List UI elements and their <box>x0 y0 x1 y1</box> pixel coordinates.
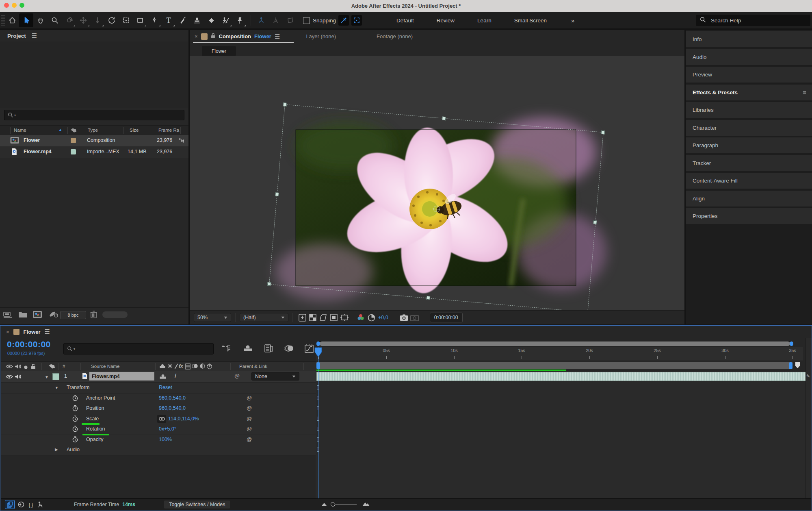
stopwatch-icon[interactable] <box>72 395 78 402</box>
property-value[interactable]: 960,0,540,0 <box>159 395 186 401</box>
exposure-value[interactable]: +0,0 <box>378 315 388 320</box>
sidebar-item-audio[interactable]: Audio <box>686 49 812 66</box>
scrollbar-right-cap[interactable] <box>790 341 793 346</box>
transform-handle[interactable] <box>283 102 287 107</box>
column-parent-link[interactable]: Parent & Link <box>239 364 267 369</box>
resolution-dropdown[interactable]: (Half)▼ <box>240 313 288 322</box>
timeline-track-area[interactable] <box>316 371 807 498</box>
three-d-column-icon[interactable] <box>207 363 212 370</box>
transform-handle[interactable] <box>601 130 605 135</box>
pickwhip-icon[interactable]: @ <box>247 415 252 422</box>
interpret-footage-icon[interactable] <box>3 311 13 320</box>
transform-handle[interactable] <box>593 220 597 224</box>
property-value[interactable]: 0x+5,0° <box>159 426 176 432</box>
quality-switch[interactable]: / <box>175 373 176 379</box>
pickwhip-icon[interactable]: @ <box>247 436 252 442</box>
transform-handle[interactable] <box>275 192 279 196</box>
property-value[interactable]: 960,0,540,0 <box>159 405 186 411</box>
fx-column-icon[interactable]: fx <box>179 363 183 369</box>
zoom-in-mountain-icon[interactable] <box>362 502 370 508</box>
type-tool[interactable]: T <box>161 13 175 27</box>
link-dimensions-icon[interactable] <box>157 415 166 423</box>
project-search-input[interactable] <box>16 112 184 119</box>
roto-brush-tool[interactable] <box>218 13 232 27</box>
eye-icon[interactable] <box>6 364 13 370</box>
project-table-header[interactable]: Name ▲ Type Size Frame Ra <box>0 125 188 136</box>
motion-blur-column-icon[interactable] <box>192 363 198 370</box>
layer-duration-bar[interactable] <box>316 372 807 381</box>
orbit-camera-tool[interactable] <box>62 13 76 27</box>
label-column-icon[interactable] <box>49 363 55 370</box>
project-panel-menu-icon[interactable]: ☰ <box>32 32 37 39</box>
stopwatch-icon[interactable] <box>72 436 78 444</box>
property-row-position[interactable]: Position 960,0,540,0 @ <box>1 404 316 414</box>
region-of-interest-icon[interactable] <box>318 314 329 321</box>
stopwatch-icon[interactable] <box>72 426 78 433</box>
dolly-camera-tool[interactable] <box>90 13 104 27</box>
audio-group-row[interactable]: ▶ Audio <box>1 445 316 456</box>
transparency-grid-icon[interactable] <box>307 314 318 321</box>
sidebar-item-info[interactable]: Info <box>686 31 812 48</box>
world-axis-icon[interactable] <box>270 14 282 26</box>
brush-tool[interactable] <box>175 13 190 27</box>
local-axis-icon[interactable] <box>255 14 267 26</box>
timeline-tab-menu-icon[interactable]: ☰ <box>45 328 50 335</box>
trash-icon[interactable] <box>90 311 97 320</box>
transform-group-row[interactable]: ▼ Transform Reset <box>1 383 316 394</box>
snap-to-bounds-icon[interactable] <box>351 15 362 26</box>
zoom-slider-knob[interactable] <box>331 502 335 507</box>
rotation-tool[interactable] <box>104 13 119 27</box>
snapping-checkbox[interactable] <box>303 17 310 24</box>
help-search-input[interactable] <box>710 17 801 24</box>
close-tab-icon[interactable]: × <box>6 329 9 335</box>
sidebar-item-effects-presets[interactable]: Effects & Presets≡ <box>686 85 812 101</box>
layer-source-name[interactable]: Flower.mp4 <box>89 372 154 381</box>
fast-previews-icon[interactable] <box>297 314 307 322</box>
comp-tab-menu-icon[interactable]: ☰ <box>275 33 280 40</box>
timeline-search-box[interactable]: ▾ <box>63 343 214 354</box>
new-composition-icon[interactable] <box>32 311 42 320</box>
project-search-box[interactable]: ▾ <box>4 110 184 120</box>
clone-stamp-tool[interactable] <box>190 13 204 27</box>
sidebar-item-preview[interactable]: Preview <box>686 67 812 83</box>
quality-column-icon[interactable] <box>174 363 178 370</box>
graph-editor-icon[interactable] <box>304 344 314 355</box>
parent-dropdown[interactable]: None▼ <box>251 372 299 381</box>
workspace-learn[interactable]: Learn <box>477 17 492 24</box>
zoom-slider-track[interactable] <box>332 504 357 505</box>
property-row-scale[interactable]: Scale 114,0,114,0% @ <box>1 414 316 425</box>
stopwatch-icon[interactable] <box>72 415 78 423</box>
timeline-tab-label[interactable]: Flower <box>24 329 41 335</box>
timeline-label-swatch[interactable] <box>13 329 19 335</box>
tab-footage[interactable]: Footage (none) <box>377 33 413 39</box>
rectangle-tool[interactable] <box>133 13 147 27</box>
transform-reset-button[interactable]: Reset <box>159 385 172 390</box>
property-row-anchor-point[interactable]: Anchor Point 960,0,540,0 @ <box>1 394 316 404</box>
workspace-default[interactable]: Default <box>396 17 414 24</box>
anchor-point-marker[interactable] <box>433 205 440 212</box>
transform-group-label[interactable]: Transform <box>67 385 90 390</box>
composition-mini-flowchart-icon[interactable] <box>222 344 232 353</box>
show-snapshot-icon[interactable] <box>409 314 420 321</box>
snap-along-edges-icon[interactable] <box>338 15 349 26</box>
current-time-indicator-head[interactable] <box>314 347 323 358</box>
hide-shy-layers-icon[interactable] <box>243 344 253 354</box>
current-timecode[interactable]: 0:00:00:00 <box>7 339 51 349</box>
timeline-horizontal-scrollbar[interactable] <box>316 341 793 346</box>
exposure-icon[interactable] <box>366 314 377 322</box>
magnification-dropdown[interactable]: 50%▼ <box>194 313 231 322</box>
work-area-end-handle[interactable] <box>789 362 793 369</box>
sidebar-item-content-aware-fill[interactable]: Content-Aware Fill <box>686 173 812 189</box>
item-label-swatch[interactable] <box>71 138 76 143</box>
layer-row-flower[interactable]: ▼ 1 Flower.mp4 / @ None▼ <box>1 371 316 382</box>
feather-quill-icon[interactable]: ✎ <box>806 374 810 379</box>
hand-tool[interactable] <box>33 13 48 27</box>
column-source-name[interactable]: Source Name <box>91 364 119 369</box>
render-engine-icon[interactable] <box>49 311 58 320</box>
zoom-out-mountain-icon[interactable] <box>322 502 327 507</box>
selection-tool[interactable] <box>19 13 33 27</box>
help-search-box[interactable] <box>696 15 810 26</box>
property-row-rotation[interactable]: Rotation 0x+5,0° @ <box>1 424 316 435</box>
color-depth-button[interactable]: 8 bpc <box>60 311 86 319</box>
expand-layer-switches-icon[interactable] <box>5 500 15 509</box>
